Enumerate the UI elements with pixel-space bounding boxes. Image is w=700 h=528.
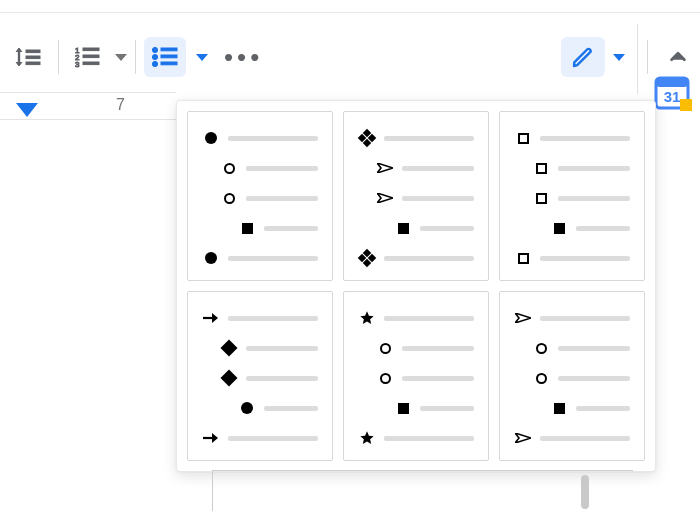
svg-rect-17 [680,99,692,111]
text-placeholder-line [558,376,630,381]
toolbar-separator [135,40,136,74]
svg-rect-0 [26,50,40,53]
list-item [202,368,318,388]
list-item [514,368,630,388]
star-icon [358,310,376,326]
svg-rect-7 [83,55,99,58]
hollow-circle-icon [532,373,550,384]
list-item [514,218,630,238]
numbered-list-button[interactable]: 1 2 3 [67,37,109,77]
more-tools-button[interactable]: ••• [220,37,267,77]
right-arrow-icon [202,432,220,444]
text-placeholder-line [384,256,474,261]
four-diamond-icon [358,251,376,265]
text-placeholder-line [540,436,630,441]
editing-mode-dropdown-icon[interactable] [613,54,625,61]
list-item [514,428,630,448]
indent-marker-icon[interactable] [16,103,38,117]
list-item [202,248,318,268]
text-placeholder-line [264,226,318,231]
hollow-circle-icon [532,343,550,354]
text-placeholder-line [540,316,630,321]
vertical-scrollbar[interactable] [581,475,589,509]
list-item [358,188,474,208]
list-item [514,128,630,148]
four-diamond-icon [358,131,376,145]
filled-square-icon [550,403,568,414]
list-item [358,308,474,328]
filled-circle-icon [238,402,256,414]
filled-square-icon [550,223,568,234]
text-placeholder-line [402,196,474,201]
svg-rect-8 [83,62,99,65]
bullet-preset-disc-circle-square[interactable] [187,111,333,281]
svg-rect-13 [161,55,177,58]
text-placeholder-line [246,346,318,351]
bullet-preset-star-circle-square[interactable] [343,291,489,461]
text-placeholder-line [384,136,474,141]
numbered-list-dropdown-icon[interactable] [115,54,127,61]
line-spacing-button[interactable] [6,37,50,77]
hollow-square-icon [532,163,550,174]
text-placeholder-line [264,406,318,411]
diamond-icon [220,372,238,384]
svg-rect-12 [161,48,177,51]
list-item [358,218,474,238]
svg-rect-6 [83,48,99,51]
right-pane-divider [637,24,638,94]
list-item [358,428,474,448]
calendar-icon[interactable]: 31 [652,72,692,112]
list-item [358,248,474,268]
text-placeholder-line [384,316,474,321]
hollow-circle-icon [220,193,238,204]
bullet-preset-arrow-diamond-circle[interactable] [187,291,333,461]
hollow-square-icon [532,193,550,204]
list-item [202,158,318,178]
bulleted-list-button[interactable] [144,37,186,77]
list-item [202,308,318,328]
svg-rect-1 [26,56,40,59]
send-arrow-icon [376,193,394,203]
bulleted-list-dropdown-icon[interactable] [196,54,208,61]
svg-rect-14 [161,62,177,65]
list-item [514,398,630,418]
svg-point-9 [152,47,157,52]
filled-square-icon [394,223,412,234]
hollow-square-icon [514,133,532,144]
list-item [358,158,474,178]
text-placeholder-line [576,406,630,411]
svg-point-10 [152,54,157,59]
text-placeholder-line [228,436,318,441]
top-divider [0,12,700,13]
bullet-preset-fourdiamond-send-square[interactable] [343,111,489,281]
text-placeholder-line [228,256,318,261]
text-placeholder-line [246,196,318,201]
list-item [358,128,474,148]
bullet-preset-hollowsquare-hollowsquare-square[interactable] [499,111,645,281]
list-item [202,128,318,148]
filled-square-icon [238,223,256,234]
toolbar: 1 2 3 ••• [0,30,700,84]
list-item [202,218,318,238]
svg-point-11 [152,61,157,66]
hollow-circle-icon [376,343,394,354]
bullet-preset-send-circle-square[interactable] [499,291,645,461]
text-placeholder-line [540,256,630,261]
editing-mode-button[interactable] [561,37,605,77]
text-placeholder-line [228,316,318,321]
right-arrow-icon [202,312,220,324]
text-placeholder-line [558,196,630,201]
svg-rect-2 [26,62,40,65]
text-placeholder-line [576,226,630,231]
svg-text:3: 3 [75,60,80,68]
bullet-presets-popover [176,100,656,472]
horizontal-ruler[interactable]: 7 [0,92,176,120]
list-item [202,338,318,358]
send-arrow-icon [514,433,532,443]
list-item [202,188,318,208]
toolbar-separator [58,40,59,74]
filled-circle-icon [202,252,220,264]
list-item [202,398,318,418]
list-item [358,338,474,358]
list-item [514,338,630,358]
